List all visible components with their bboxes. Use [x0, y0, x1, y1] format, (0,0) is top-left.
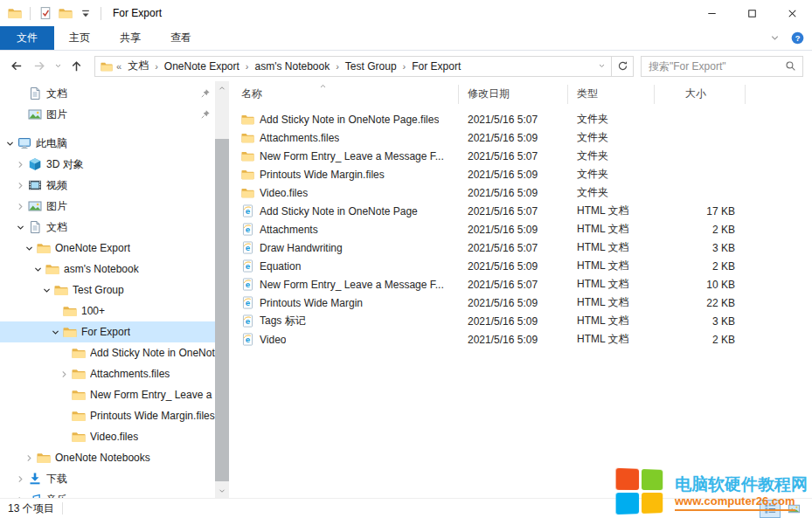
file-type: HTML 文档	[568, 222, 655, 237]
properties-icon[interactable]	[38, 6, 52, 20]
tab-共享[interactable]: 共享	[105, 26, 156, 50]
chevron-down-icon[interactable]	[3, 139, 17, 148]
pin-icon	[200, 109, 215, 120]
chevron-right-icon[interactable]	[14, 160, 27, 169]
tree-item-test-group[interactable]: Test Group	[0, 280, 215, 300]
tree-item-3d-对象[interactable]: 3D 对象	[0, 154, 215, 175]
content-area: 文档图片此电脑3D 对象视频图片文档OneNote Exportasm's No…	[0, 81, 812, 498]
videos-icon	[27, 178, 42, 192]
tree-item-add-sticky-note-in-onenote-page-files[interactable]: Add Sticky Note in OneNote Page.files	[0, 342, 215, 363]
tree-item-printouts-wide-margin-files[interactable]: Printouts Wide Margin.files	[0, 405, 215, 426]
tree-item-video-files[interactable]: Video.files	[0, 426, 215, 447]
chevron-down-icon[interactable]	[49, 328, 62, 337]
chevron-right-icon[interactable]	[23, 453, 36, 463]
file-row-add-sticky-note-in-onenote-page[interactable]: eAdd Sticky Note in OneNote Page2021/5/1…	[229, 202, 812, 220]
tree-item-attachments-files[interactable]: Attachments.files	[0, 363, 215, 384]
tab-文件[interactable]: 文件	[0, 26, 54, 50]
chevron-right-icon[interactable]	[14, 202, 27, 211]
chevron-down-icon[interactable]	[23, 244, 36, 253]
file-size: 3 KB	[655, 242, 746, 254]
tree-item-视频[interactable]: 视频	[0, 175, 215, 196]
tree-item-onenote-export[interactable]: OneNote Export	[0, 238, 215, 259]
back-button[interactable]	[4, 55, 28, 78]
breadcrumb-segment-onenote-export[interactable]: OneNote Export	[159, 60, 245, 73]
file-row-add-sticky-note-in-onenote-page-files[interactable]: Add Sticky Note in OneNote Page.files202…	[229, 110, 812, 128]
file-row-new-form-entry-leave-a-message-f[interactable]: New Form Entry_ Leave a Message F...2021…	[229, 147, 812, 165]
breadcrumb-segment-test-group[interactable]: Test Group	[340, 60, 402, 73]
tab-查看[interactable]: 查看	[156, 26, 206, 50]
chevron-right-icon[interactable]	[14, 474, 27, 484]
scroll-down-icon[interactable]	[215, 484, 229, 498]
ribbon-collapse-icon[interactable]	[768, 31, 781, 45]
tree-item-for-export[interactable]: For Export	[0, 321, 215, 342]
qat-dropdown-icon[interactable]	[79, 6, 93, 20]
file-date: 2021/5/16 5:09	[459, 132, 568, 144]
tree-item-图片[interactable]: 图片	[0, 196, 215, 217]
breadcrumb-segment-for-export[interactable]: For Export	[406, 60, 466, 73]
tree-item-asm-s-notebook[interactable]: asm's Notebook	[0, 259, 215, 280]
close-button[interactable]	[772, 0, 812, 26]
forward-button[interactable]	[28, 55, 52, 78]
tab-主页[interactable]: 主页	[54, 26, 105, 50]
chevron-right-icon[interactable]	[14, 181, 27, 190]
file-row-printouts-wide-margin[interactable]: ePrintouts Wide Margin2021/5/16 5:09HTML…	[229, 294, 812, 312]
window-folder-icon	[8, 6, 22, 20]
tree-item-文档[interactable]: 文档	[0, 217, 215, 238]
tree-item-文档[interactable]: 文档	[0, 83, 215, 104]
file-row-draw-handwriting[interactable]: eDraw Handwriting2021/5/16 5:07HTML 文档3 …	[229, 238, 812, 257]
column-header-大小[interactable]: 大小	[655, 85, 746, 104]
breadcrumb-segment-asm-s-notebook[interactable]: asm's Notebook	[250, 60, 336, 73]
explorer-window: For Export 文件主页共享查看 ? « 文档›OneNote Expor…	[0, 0, 812, 518]
column-header-类型[interactable]: 类型	[568, 85, 655, 104]
file-row-tags-标记[interactable]: eTags 标记2021/5/16 5:09HTML 文档3 KB	[229, 312, 812, 330]
minimize-button[interactable]	[691, 0, 732, 26]
file-row-attachments-files[interactable]: Attachments.files2021/5/16 5:09文件夹	[229, 128, 812, 147]
tree-item-label: 文档	[46, 220, 67, 235]
tree-item-图片[interactable]: 图片	[0, 104, 215, 125]
chevron-down-icon[interactable]	[31, 265, 45, 274]
search-icon[interactable]	[785, 60, 802, 72]
file-date: 2021/5/16 5:07	[459, 279, 568, 291]
html-file-icon: e	[241, 296, 254, 309]
html-file-icon: e	[241, 223, 254, 236]
file-row-printouts-wide-margin-files[interactable]: Printouts Wide Margin.files2021/5/16 5:0…	[229, 165, 812, 183]
window-controls	[691, 0, 812, 26]
details-view-button[interactable]	[760, 501, 780, 517]
tree-item-100[interactable]: 100+	[0, 300, 215, 321]
tree-item-下载[interactable]: 下载	[0, 468, 215, 489]
search-input[interactable]	[642, 60, 785, 73]
up-button[interactable]	[65, 55, 88, 78]
chevron-right-icon[interactable]	[58, 370, 71, 379]
scrollbar-thumb[interactable]	[215, 139, 229, 481]
thumbnails-view-button[interactable]	[784, 501, 803, 517]
breadcrumb-segment-文档[interactable]: 文档	[122, 59, 154, 73]
folder-icon	[62, 304, 77, 318]
chevron-down-icon[interactable]	[40, 286, 53, 295]
sidebar-scrollbar[interactable]	[215, 81, 229, 498]
breadcrumb-collapsed-glyph[interactable]: «	[115, 61, 122, 72]
refresh-button[interactable]	[611, 56, 634, 77]
tree-item-onenote-notebooks[interactable]: OneNote Notebooks	[0, 447, 215, 468]
file-row-video[interactable]: eVideo2021/5/16 5:09HTML 文档2 KB	[229, 330, 812, 349]
file-row-new-form-entry-leave-a-message-f[interactable]: eNew Form Entry_ Leave a Message F...202…	[229, 275, 812, 294]
scroll-up-icon[interactable]	[215, 81, 229, 95]
chevron-down-icon[interactable]	[14, 223, 27, 232]
maximize-button[interactable]	[732, 0, 772, 26]
tree-item-此电脑[interactable]: 此电脑	[0, 133, 215, 154]
folder-icon	[71, 430, 86, 444]
sort-ascending-icon[interactable]	[318, 81, 328, 91]
tree-item-new-form-entry-leave-a-message-form-files[interactable]: New Form Entry_ Leave a Message Form.fil…	[0, 384, 215, 405]
file-row-equation[interactable]: eEquation2021/5/16 5:09HTML 文档2 KB	[229, 257, 812, 275]
file-row-video-files[interactable]: Video.files2021/5/16 5:09文件夹	[229, 183, 812, 202]
tree-item-音乐[interactable]: 音乐	[0, 489, 215, 498]
column-header-名称[interactable]: 名称	[229, 85, 459, 104]
recent-locations-chevron-icon[interactable]	[52, 55, 65, 78]
folder-icon	[36, 451, 51, 465]
column-headers: 名称修改日期类型大小	[229, 81, 812, 107]
help-icon[interactable]: ?	[791, 31, 804, 45]
address-dropdown-icon[interactable]	[592, 61, 611, 71]
file-row-attachments[interactable]: eAttachments2021/5/16 5:09HTML 文档2 KB	[229, 220, 812, 238]
column-header-修改日期[interactable]: 修改日期	[459, 85, 568, 104]
new-folder-icon[interactable]	[59, 6, 73, 20]
address-bar[interactable]: « 文档›OneNote Export›asm's Notebook›Test …	[94, 56, 612, 77]
